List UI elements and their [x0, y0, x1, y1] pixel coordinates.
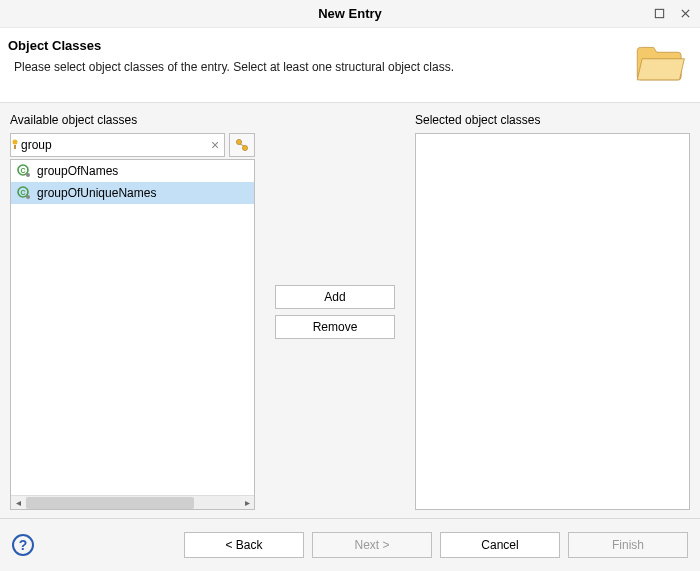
svg-point-1 — [13, 140, 18, 145]
svg-rect-2 — [14, 145, 16, 149]
page-title: Object Classes — [8, 38, 624, 53]
svg-point-10 — [26, 195, 30, 199]
next-button[interactable]: Next > — [312, 532, 432, 558]
title-bar: New Entry — [0, 0, 700, 28]
folder-icon — [634, 38, 686, 86]
list-item[interactable]: CgroupOfNames — [11, 160, 254, 182]
available-label: Available object classes — [10, 113, 255, 127]
filter-field[interactable]: × — [10, 133, 225, 157]
lightbulb-icon — [11, 134, 19, 156]
object-class-icon: C — [17, 186, 31, 200]
wizard-header: Object Classes Please select object clas… — [0, 28, 700, 103]
remove-button[interactable]: Remove — [275, 315, 395, 339]
window-controls — [652, 7, 692, 21]
window-title: New Entry — [0, 6, 700, 21]
selected-list[interactable] — [415, 133, 690, 510]
scroll-thumb[interactable] — [26, 497, 194, 509]
cancel-button[interactable]: Cancel — [440, 532, 560, 558]
list-item-label: groupOfUniqueNames — [37, 186, 156, 200]
scroll-left-arrow[interactable]: ◂ — [11, 496, 25, 510]
page-description: Please select object classes of the entr… — [8, 59, 624, 76]
available-panel: Available object classes × CgroupOfNames… — [10, 113, 255, 510]
list-item-label: groupOfNames — [37, 164, 118, 178]
list-item[interactable]: CgroupOfUniqueNames — [11, 182, 254, 204]
toggle-hierarchy-button[interactable] — [229, 133, 255, 157]
svg-point-3 — [237, 140, 242, 145]
available-list[interactable]: CgroupOfNamesCgroupOfUniqueNames ◂ ▸ — [10, 159, 255, 510]
selected-label: Selected object classes — [415, 113, 690, 127]
transfer-buttons: Add Remove — [255, 113, 415, 510]
help-button[interactable]: ? — [12, 534, 34, 556]
selected-panel: Selected object classes — [415, 113, 690, 510]
svg-rect-0 — [655, 9, 663, 17]
close-button[interactable] — [678, 7, 692, 21]
object-class-icon: C — [17, 164, 31, 178]
svg-point-7 — [26, 173, 30, 177]
scroll-right-arrow[interactable]: ▸ — [240, 496, 254, 510]
back-button[interactable]: < Back — [184, 532, 304, 558]
scroll-track[interactable] — [25, 496, 240, 510]
filter-input[interactable] — [19, 136, 206, 154]
finish-button[interactable]: Finish — [568, 532, 688, 558]
wizard-footer: ? < Back Next > Cancel Finish — [0, 519, 700, 571]
add-button[interactable]: Add — [275, 285, 395, 309]
svg-text:C: C — [20, 189, 25, 196]
svg-text:C: C — [20, 167, 25, 174]
svg-point-4 — [243, 146, 248, 151]
maximize-button[interactable] — [652, 7, 666, 21]
clear-filter-button[interactable]: × — [206, 137, 224, 153]
wizard-content: Available object classes × CgroupOfNames… — [0, 103, 700, 510]
horizontal-scrollbar[interactable]: ◂ ▸ — [11, 495, 254, 509]
